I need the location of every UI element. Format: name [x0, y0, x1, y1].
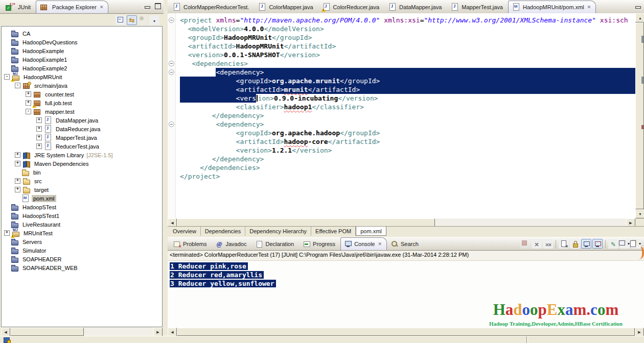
tree-item-datareducer-java[interactable]: +DataReducer.java	[2, 125, 162, 133]
open-console-button[interactable]: ▼	[631, 239, 641, 249]
minimize-icon[interactable]	[634, 3, 642, 9]
expander-plus-icon[interactable]: +	[26, 100, 31, 106]
code-line[interactable]: <dependencies>	[180, 59, 635, 68]
scrollbar-thumb[interactable]	[177, 218, 435, 227]
scrollbar-thumb[interactable]	[635, 22, 644, 209]
code-lines[interactable]: <project xmlns="http://maven.apache.org/…	[176, 13, 635, 218]
code-line[interactable]: <groupId>org.apache.hadoop</groupId>	[180, 129, 635, 137]
code-line[interactable]: <artifactId>HadoopMRUnit</artifactId>	[180, 42, 635, 51]
tree-item-soapheader[interactable]: SOAPHEADER	[2, 255, 162, 263]
scroll-lock-button[interactable]	[570, 239, 580, 249]
expander-plus-icon[interactable]: +	[36, 143, 42, 149]
code-line[interactable]: <version>1.2.1</version>	[180, 146, 635, 155]
tab-hadoopmrunit-pom-xml[interactable]: HadoopMRUnit/pom.xml✕	[508, 1, 596, 13]
show-stderr-button[interactable]	[592, 239, 603, 249]
expander-minus-icon[interactable]: -	[4, 74, 10, 80]
close-icon[interactable]: ✕	[587, 5, 591, 10]
code-line[interactable]: <classifier>hadoop1</classifier>	[180, 103, 635, 111]
expander-plus-icon[interactable]: +	[36, 126, 42, 132]
fold-collapse-icon[interactable]	[169, 61, 174, 66]
overview-ruler-mark[interactable]	[641, 36, 643, 43]
view-menu-button[interactable]	[149, 15, 159, 25]
tree-item-simulator[interactable]: Simulator	[2, 246, 162, 255]
remove-launch-button[interactable]	[532, 239, 542, 249]
tree-item-hadoopstest[interactable]: HadoopSTest	[2, 203, 162, 211]
link-with-editor-button[interactable]	[127, 15, 137, 25]
code-line[interactable]: <version>0.9.0-incubating</version>	[180, 94, 635, 103]
tab-colormapperreducertest-[interactable]: ColorMapperReducerTest.	[169, 1, 254, 13]
tree-item-full-job-test[interactable]: +full.job.test	[2, 99, 162, 107]
tab-declaration[interactable]: Declaration	[251, 237, 299, 250]
editor-vertical-scrollbar[interactable]: ▲ ▼	[635, 13, 644, 218]
tree-item-src[interactable]: +src	[2, 177, 162, 185]
expander-plus-icon[interactable]: +	[15, 152, 20, 158]
scroll-down-icon[interactable]: ▼	[635, 209, 644, 218]
code-line[interactable]: <artifactId>mrunit</artifactId>	[180, 85, 635, 94]
tab-junit[interactable]: JUnit	[2, 1, 36, 13]
console-output[interactable]: 1 Reducer pink,rose2 Reducer red,amaryll…	[168, 261, 644, 288]
pom-page-tab-dependencies[interactable]: Dependencies	[201, 227, 245, 236]
code-line[interactable]: <dependency>	[180, 120, 635, 129]
tree-item-mapper-test[interactable]: -mapper.test	[2, 107, 162, 116]
tree-item-mrunittest[interactable]: +MRUnitTest	[2, 229, 162, 237]
fold-collapse-icon[interactable]	[169, 121, 174, 127]
code-line[interactable]: <artifactId>hadoop-core</artifactId>	[180, 137, 635, 146]
expander-plus-icon[interactable]: +	[15, 178, 20, 184]
tab-search[interactable]: Search	[387, 237, 424, 250]
tab-mappertest-java[interactable]: MapperTest.java	[447, 1, 508, 13]
tree-item-hadoopexample1[interactable]: HadoopExample1	[2, 55, 162, 64]
tree-item-ca[interactable]: CA	[2, 29, 162, 38]
tab-problems[interactable]: Problems	[169, 237, 212, 250]
code-line[interactable]: </dependencies>	[180, 163, 635, 172]
fold-collapse-icon[interactable]	[169, 17, 174, 23]
close-icon[interactable]: ✕	[378, 241, 382, 247]
tree-horizontal-scrollbar[interactable]: ◀ ▶	[1, 328, 163, 336]
tree-item-hadoopexample2[interactable]: HadoopExample2	[2, 64, 162, 72]
tab-javadoc[interactable]: Javadoc	[212, 237, 251, 250]
overview-ruler-mark[interactable]	[641, 125, 643, 129]
tab-colorreducer-java[interactable]: ColorReducer.java	[318, 1, 385, 13]
dropdown-arrow-icon[interactable]: ▼	[638, 242, 642, 246]
code-line[interactable]: </project>	[180, 172, 635, 181]
expander-plus-icon[interactable]: +	[36, 117, 42, 123]
overview-ruler-mark[interactable]	[641, 77, 643, 84]
tab-console[interactable]: Console✕	[340, 237, 387, 250]
code-line[interactable]: <dependency>	[180, 68, 635, 77]
console-horizontal-scrollbar[interactable]: ◀ ▶	[168, 328, 644, 336]
tree-item-src-main-java[interactable]: -src/main/java	[2, 81, 162, 90]
scrollbar-thumb[interactable]	[177, 328, 635, 336]
code-line[interactable]: </dependency>	[180, 111, 635, 120]
minimize-icon[interactable]	[144, 3, 151, 9]
expander-minus-icon[interactable]: -	[15, 83, 20, 88]
tab-colormapper-java[interactable]: ColorMapper.java	[254, 1, 318, 13]
maximize-icon[interactable]	[154, 3, 162, 9]
tab-package-explorer[interactable]: Package Explorer✕	[36, 1, 108, 13]
expander-plus-icon[interactable]: +	[4, 230, 10, 236]
tree-item-hadoopdevquestions[interactable]: HadoopDevQuestions	[2, 38, 162, 46]
pin-console-button[interactable]	[608, 239, 618, 249]
display-selected-console-button[interactable]: ▼	[619, 239, 630, 249]
tree-item-jre-system-library[interactable]: +JRE System Library[J2SE-1.5]	[2, 151, 162, 159]
tree-item-hadoopexample[interactable]: HadoopExample	[2, 46, 162, 55]
tree-item-bin[interactable]: bin	[2, 168, 162, 177]
tree-item-soapheader-web[interactable]: SOAPHEADER_WEB	[2, 263, 162, 272]
expander-plus-icon[interactable]: +	[15, 161, 20, 166]
code-line[interactable]: </dependency>	[180, 155, 635, 163]
tree-item-reducertest-java[interactable]: +ReducerTest.java	[2, 142, 162, 151]
tree-item-pom-xml[interactable]: pom.xml	[2, 194, 162, 203]
expander-plus-icon[interactable]: +	[36, 135, 42, 140]
code-line[interactable]: <groupId>org.apache.mrunit</groupId>	[180, 77, 635, 85]
pom-page-tab-pom-xml[interactable]: pom.xml	[356, 227, 386, 236]
expander-plus-icon[interactable]: +	[26, 91, 31, 97]
xml-editor[interactable]: <project xmlns="http://maven.apache.org/…	[168, 13, 635, 218]
tree-item-maven-dependencies[interactable]: +Maven Dependencies	[2, 159, 162, 168]
code-line[interactable]: <version>0.0.1-SNAPSHOT</version>	[180, 51, 635, 59]
folding-gutter[interactable]	[168, 13, 176, 218]
tree-item-hadoopmrunit[interactable]: -HadoopMRUnit	[2, 72, 162, 81]
pom-page-tab-overview[interactable]: Overview	[169, 227, 201, 236]
scroll-up-icon[interactable]: ▲	[635, 13, 644, 22]
close-icon[interactable]: ✕	[100, 5, 104, 10]
panel-sash[interactable]	[164, 0, 168, 336]
show-stdout-button[interactable]	[581, 239, 591, 249]
tab-datamapper-java[interactable]: DataMapper.java	[384, 1, 447, 13]
